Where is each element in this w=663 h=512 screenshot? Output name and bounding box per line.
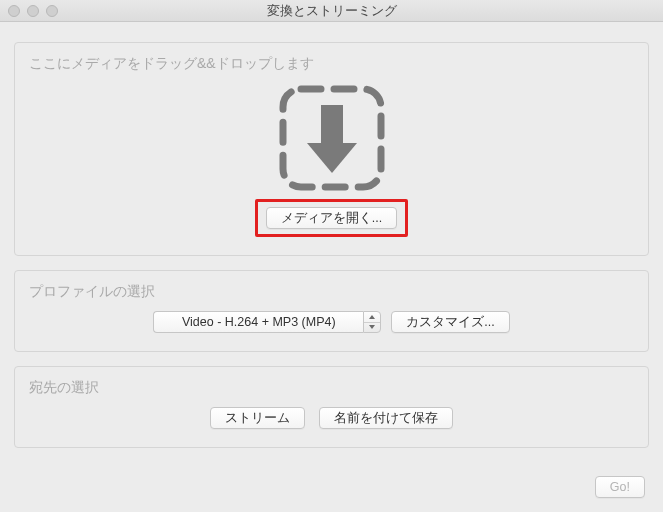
profile-selected-value: Video - H.264 + MP3 (MP4) [153,311,363,333]
profile-title: プロファイルの選択 [29,283,634,301]
titlebar: 変換とストリーミング [0,0,663,22]
svg-rect-1 [321,105,343,145]
drop-target-icon [277,83,387,193]
window-title: 変換とストリーミング [267,3,397,18]
destination-title: 宛先の選択 [29,379,634,397]
svg-marker-2 [307,143,357,173]
drop-media-title: ここにメディアをドラッグ&&ドロップします [29,55,634,73]
open-media-highlight: メディアを開く... [255,199,408,237]
footer: Go! [595,476,645,498]
content-area: ここにメディアをドラッグ&&ドロップします メディアを開く... プロファイルの… [0,22,663,476]
stream-button[interactable]: ストリーム [210,407,305,429]
minimize-window-icon[interactable] [27,5,39,17]
zoom-window-icon[interactable] [46,5,58,17]
traffic-lights [8,5,58,17]
destination-group: 宛先の選択 ストリーム 名前を付けて保存 [14,366,649,448]
save-as-button[interactable]: 名前を付けて保存 [319,407,453,429]
go-button[interactable]: Go! [595,476,645,498]
chevron-down-icon [364,323,380,333]
customize-button[interactable]: カスタマイズ... [391,311,509,333]
close-window-icon[interactable] [8,5,20,17]
drop-media-group: ここにメディアをドラッグ&&ドロップします メディアを開く... [14,42,649,256]
open-media-button[interactable]: メディアを開く... [266,207,397,229]
profile-stepper[interactable] [363,311,381,333]
drop-zone[interactable]: メディアを開く... [29,83,634,237]
profile-group: プロファイルの選択 Video - H.264 + MP3 (MP4) カスタマ… [14,270,649,352]
profile-select[interactable]: Video - H.264 + MP3 (MP4) [153,311,381,333]
chevron-up-icon [364,312,380,323]
